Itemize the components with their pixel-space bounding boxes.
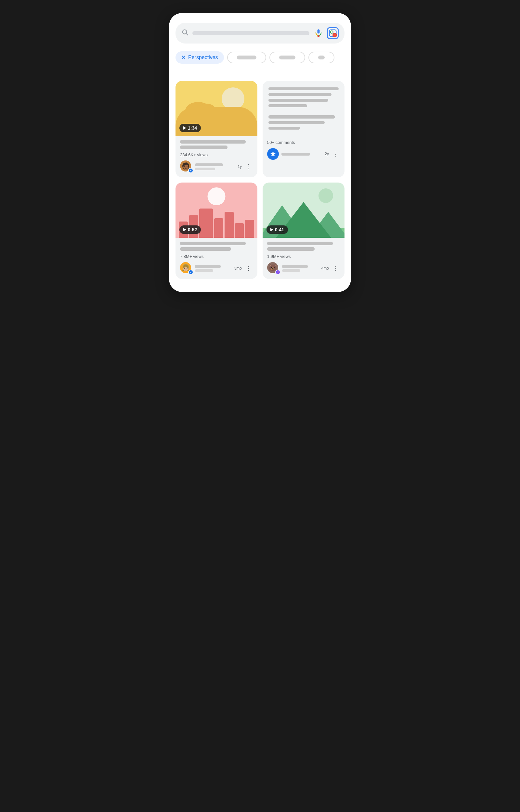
card-content-1: 234.6K+ views 🧑🏾 ♥ 1y ⋮ xyxy=(176,136,257,177)
views-1: 234.6K+ views xyxy=(180,152,253,157)
chip-filter-4[interactable] xyxy=(308,52,334,63)
comments-2: 50+ comments xyxy=(267,140,340,145)
time-ago-4: 4mo xyxy=(321,266,329,271)
author-name-bar-2 xyxy=(282,153,310,156)
chip-filter-3[interactable] xyxy=(269,52,305,63)
text-line-5 xyxy=(268,115,335,118)
views-4: 1.9M+ views xyxy=(267,254,340,259)
card-content-2: 50+ comments 2y ⋮ xyxy=(263,136,344,164)
card-video-mountain[interactable]: 0:41 1.9M+ views 🐻 ⚡ xyxy=(263,183,344,279)
card-content-3: 7.8M+ views 👧🏼 ♥ 3mo ⋮ xyxy=(176,238,257,279)
svg-marker-8 xyxy=(270,151,276,157)
title-line-3a xyxy=(180,242,246,245)
avatar-4: 🐻 ⚡ xyxy=(267,262,280,275)
title-line-1b xyxy=(180,145,228,149)
duration-badge-3: 0:52 xyxy=(179,225,201,234)
card-title-3 xyxy=(180,242,253,251)
text-line-2 xyxy=(268,93,332,96)
text-line-7 xyxy=(268,127,300,130)
text-line-3 xyxy=(268,99,328,102)
card-content-4: 1.9M+ views 🐻 ⚡ 4mo ⋮ xyxy=(263,238,344,279)
author-sub-bar-3 xyxy=(195,269,213,272)
thumbnail-mountain: 0:41 xyxy=(263,183,344,238)
chip-perspectives[interactable]: ✕ Perspectives xyxy=(176,51,224,64)
time-ago-3: 3mo xyxy=(234,266,242,271)
avatar-1: 🧑🏾 ♥ xyxy=(180,161,192,173)
text-line-4 xyxy=(268,104,307,107)
title-line-4a xyxy=(267,242,333,245)
author-name-bar-4 xyxy=(282,265,308,268)
more-options-3[interactable]: ⋮ xyxy=(244,263,253,273)
chip-filter-2[interactable] xyxy=(227,52,266,63)
play-icon-1 xyxy=(183,127,186,130)
search-bar[interactable] xyxy=(176,23,344,44)
author-sub-bar-4 xyxy=(282,269,300,272)
author-name-bar-3 xyxy=(195,265,221,268)
svg-rect-2 xyxy=(317,29,320,33)
svg-line-1 xyxy=(186,33,188,35)
title-line-3b xyxy=(180,247,231,251)
filter-chips: ✕ Perspectives xyxy=(176,51,344,64)
chip-bar-2 xyxy=(237,56,256,59)
mountain-sun xyxy=(318,188,333,203)
more-options-4[interactable]: ⋮ xyxy=(332,263,340,273)
card-title-1 xyxy=(180,140,253,149)
card-footer-1: 🧑🏾 ♥ 1y ⋮ xyxy=(180,161,253,173)
card-footer-3: 👧🏼 ♥ 3mo ⋮ xyxy=(180,262,253,275)
duration-text-4: 0:41 xyxy=(275,227,284,232)
card-text[interactable]: 50+ comments 2y ⋮ xyxy=(263,81,344,177)
divider xyxy=(176,73,344,73)
more-options-2[interactable]: ⋮ xyxy=(332,149,340,159)
text-line-6 xyxy=(268,121,325,124)
thumbnail-city: 0:52 xyxy=(176,183,257,238)
footer-info-3 xyxy=(195,265,232,272)
building-3-main xyxy=(199,208,213,238)
title-line-4b xyxy=(267,247,315,251)
chip-perspectives-label: Perspectives xyxy=(188,55,218,60)
avatar-badge-heart-1: ♥ xyxy=(188,168,193,173)
search-input[interactable] xyxy=(192,31,309,35)
duration-badge-4: 0:41 xyxy=(266,225,288,234)
time-ago-1: 1y xyxy=(238,164,242,169)
author-name-bar-1 xyxy=(195,163,223,166)
footer-info-4 xyxy=(282,265,319,272)
building-6 xyxy=(235,223,244,238)
duration-text-1: 1:34 xyxy=(188,125,197,131)
duration-badge-1: 1:34 xyxy=(179,124,201,132)
building-4 xyxy=(214,218,223,238)
building-7 xyxy=(245,220,254,238)
card-grid: 1:34 234.6K+ views 🧑🏾 ♥ xyxy=(176,81,344,279)
google-lens-button[interactable] xyxy=(327,27,339,39)
more-options-1[interactable]: ⋮ xyxy=(244,162,253,171)
card-video-sunny[interactable]: 1:34 234.6K+ views 🧑🏾 ♥ xyxy=(176,81,257,177)
card-footer-4: 🐻 ⚡ 4mo ⋮ xyxy=(267,262,340,275)
close-chip-icon[interactable]: ✕ xyxy=(181,55,186,60)
avatar-blue-star xyxy=(267,148,279,160)
chip-bar-3 xyxy=(279,56,295,59)
title-line-1a xyxy=(180,140,246,144)
thumbnail-text xyxy=(263,81,344,136)
footer-info-2 xyxy=(282,153,322,156)
footer-info-1 xyxy=(195,163,235,170)
card-footer-2: 2y ⋮ xyxy=(267,148,340,160)
building-5 xyxy=(225,212,234,238)
chip-bar-4 xyxy=(318,56,325,59)
views-3: 7.8M+ views xyxy=(180,254,253,259)
play-icon-3 xyxy=(183,228,186,231)
author-sub-bar-1 xyxy=(195,168,215,170)
search-icon xyxy=(181,29,188,38)
card-video-city[interactable]: 0:52 7.8M+ views 👧🏼 ♥ xyxy=(176,183,257,279)
svg-point-7 xyxy=(331,31,333,33)
avatar-3: 👧🏼 ♥ xyxy=(180,262,192,275)
avatar-badge-heart-3: ♥ xyxy=(188,270,193,275)
play-icon-4 xyxy=(270,228,273,231)
thumbnail-sunny: 1:34 xyxy=(176,81,257,136)
duration-text-3: 0:52 xyxy=(188,227,197,232)
text-line-1 xyxy=(268,87,339,90)
avatar-badge-lightning-4: ⚡ xyxy=(275,270,281,275)
phone-container: ✕ Perspectives 1:34 xyxy=(169,13,351,292)
card-title-4 xyxy=(267,242,340,251)
time-ago-2: 2y xyxy=(325,152,329,156)
search-actions xyxy=(313,27,339,39)
voice-search-button[interactable] xyxy=(313,28,324,38)
